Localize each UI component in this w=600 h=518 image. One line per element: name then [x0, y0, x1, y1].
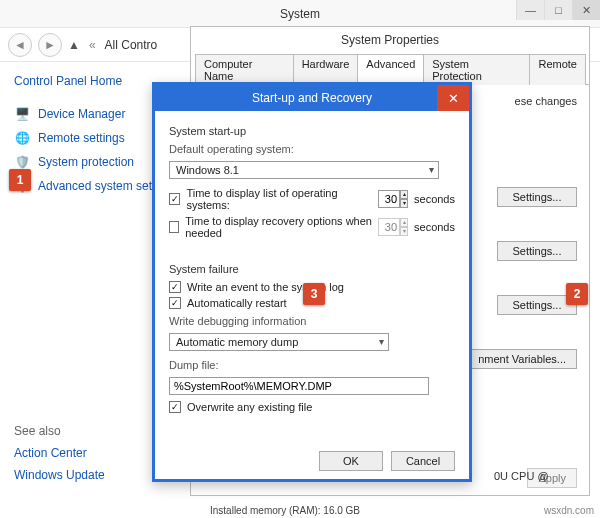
- overwrite-label: Overwrite any existing file: [187, 401, 312, 413]
- time-recovery-value: [378, 218, 400, 236]
- system-titlebar: System — □ ✕: [0, 0, 600, 28]
- see-also-link: Action Center: [14, 446, 87, 460]
- dump-file-label: Dump file:: [169, 359, 455, 371]
- tab-hardware[interactable]: Hardware: [293, 54, 359, 85]
- seconds-label: seconds: [414, 221, 455, 233]
- default-os-label: Default operating system:: [169, 143, 455, 155]
- overwrite-checkbox[interactable]: [169, 401, 181, 413]
- tab-system-protection[interactable]: System Protection: [423, 54, 530, 85]
- settings-button-startup-recovery[interactable]: Settings...: [497, 295, 577, 315]
- time-list-value[interactable]: [378, 190, 400, 208]
- spinner-down-icon: ▾: [400, 227, 408, 236]
- sidebar-item-label: System protection: [38, 155, 134, 169]
- default-os-value: Windows 8.1: [176, 164, 239, 176]
- settings-button-performance[interactable]: Settings...: [497, 187, 577, 207]
- control-panel-home-link[interactable]: Control Panel Home: [14, 74, 166, 88]
- spinner-up-icon[interactable]: ▴: [400, 190, 408, 199]
- default-os-combobox[interactable]: Windows 8.1: [169, 161, 439, 179]
- tab-advanced[interactable]: Advanced: [357, 54, 424, 85]
- system-startup-group-label: System start-up: [169, 125, 455, 137]
- annotation-callout-2: 2: [566, 283, 588, 305]
- sidebar-item-label: Remote settings: [38, 131, 125, 145]
- see-also-action-center[interactable]: Action Center: [14, 446, 166, 460]
- time-recovery-spinner: ▴▾: [378, 218, 408, 236]
- close-icon[interactable]: ✕: [437, 85, 469, 111]
- installed-memory-label: Installed memory (RAM): 16.0 GB: [210, 505, 360, 516]
- startup-recovery-titlebar: Start-up and Recovery ✕: [155, 85, 469, 111]
- sidebar-item-device-manager[interactable]: 🖥️ Device Manager: [14, 106, 166, 122]
- maximize-button[interactable]: □: [544, 0, 572, 20]
- window-controls: — □ ✕: [516, 0, 600, 20]
- cancel-button[interactable]: Cancel: [391, 451, 455, 471]
- startup-recovery-title: Start-up and Recovery: [252, 91, 372, 105]
- auto-restart-checkbox[interactable]: [169, 297, 181, 309]
- sidebar-item-advanced-system-settings[interactable]: ⚙️ Advanced system setti: [14, 178, 166, 194]
- tab-remote[interactable]: Remote: [529, 54, 586, 85]
- nav-back-button[interactable]: ◄: [8, 33, 32, 57]
- system-failure-group-label: System failure: [169, 263, 455, 275]
- annotation-callout-1: 1: [9, 169, 31, 191]
- spinner-up-icon: ▴: [400, 218, 408, 227]
- debug-info-combobox[interactable]: Automatic memory dump: [169, 333, 389, 351]
- ok-button[interactable]: OK: [319, 451, 383, 471]
- shield-icon: 🛡️: [14, 154, 30, 170]
- annotation-callout-3: 3: [303, 283, 325, 305]
- settings-button-user-profiles[interactable]: Settings...: [497, 241, 577, 261]
- spinner-down-icon[interactable]: ▾: [400, 199, 408, 208]
- time-list-label: Time to display list of operating system…: [186, 187, 372, 211]
- write-event-checkbox[interactable]: [169, 281, 181, 293]
- time-list-spinner[interactable]: ▴▾: [378, 190, 408, 208]
- seconds-label: seconds: [414, 193, 455, 205]
- debug-info-value: Automatic memory dump: [176, 336, 298, 348]
- see-also-link: Windows Update: [14, 468, 105, 482]
- environment-variables-button[interactable]: nment Variables...: [467, 349, 577, 369]
- cpu-fragment: 0U CPU @: [494, 470, 549, 482]
- minimize-button[interactable]: —: [516, 0, 544, 20]
- sidebar-item-remote-settings[interactable]: 🌐 Remote settings: [14, 130, 166, 146]
- nav-up-icon[interactable]: ▲: [68, 38, 80, 52]
- system-title: System: [280, 7, 320, 21]
- see-also-label: See also: [14, 424, 166, 438]
- system-properties-title: System Properties: [191, 27, 589, 53]
- watermark: wsxdn.com: [544, 505, 594, 516]
- time-list-checkbox[interactable]: [169, 193, 180, 205]
- remote-icon: 🌐: [14, 130, 30, 146]
- time-recovery-checkbox[interactable]: [169, 221, 179, 233]
- dump-file-input[interactable]: [169, 377, 429, 395]
- sidebar-item-label: Device Manager: [38, 107, 125, 121]
- sidebar-item-label: Advanced system setti: [38, 179, 158, 193]
- close-button[interactable]: ✕: [572, 0, 600, 20]
- tab-computer-name[interactable]: Computer Name: [195, 54, 294, 85]
- sidebar-item-system-protection[interactable]: 🛡️ System protection: [14, 154, 166, 170]
- time-recovery-label: Time to display recovery options when ne…: [185, 215, 372, 239]
- device-icon: 🖥️: [14, 106, 30, 122]
- breadcrumb[interactable]: All Contro: [105, 38, 158, 52]
- nav-forward-button[interactable]: ►: [38, 33, 62, 57]
- breadcrumb-chevron-icon: «: [89, 38, 96, 52]
- system-properties-tabs: Computer Name Hardware Advanced System P…: [191, 53, 589, 85]
- see-also-windows-update[interactable]: Windows Update: [14, 468, 166, 482]
- auto-restart-label: Automatically restart: [187, 297, 287, 309]
- write-debug-label: Write debugging information: [169, 315, 455, 327]
- startup-recovery-dialog: Start-up and Recovery ✕ System start-up …: [152, 82, 472, 482]
